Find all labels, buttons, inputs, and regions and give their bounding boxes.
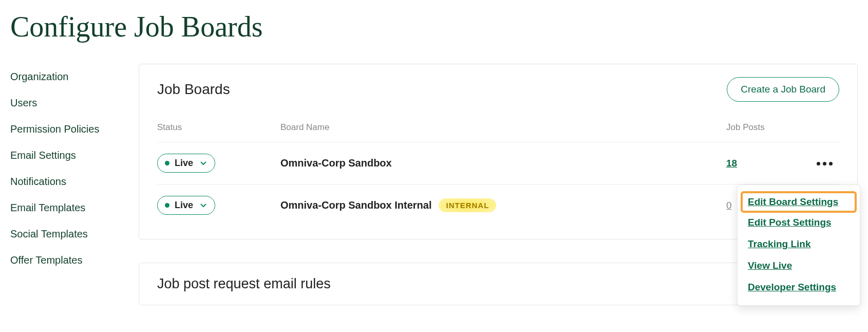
status-dropdown[interactable]: Live xyxy=(157,196,215,215)
sidebar-item-users[interactable]: Users xyxy=(10,90,123,116)
sidebar-item-email-settings[interactable]: Email Settings xyxy=(10,142,123,169)
menu-item-tracking-link[interactable]: Tracking Link xyxy=(738,233,860,255)
board-name: Omniva-Corp Sandbox Internal xyxy=(280,199,431,211)
sidebar-item-notifications[interactable]: Notifications xyxy=(10,169,123,195)
sidebar-item-permission-policies[interactable]: Permission Policies xyxy=(10,116,123,142)
status-label: Live xyxy=(175,200,193,211)
sidebar-item-social-templates[interactable]: Social Templates xyxy=(10,221,123,247)
create-job-board-button[interactable]: Create a Job Board xyxy=(727,77,839,102)
status-label: Live xyxy=(175,158,193,169)
sidebar-item-email-templates[interactable]: Email Templates xyxy=(10,195,123,221)
job-boards-title: Job Boards xyxy=(157,81,230,98)
page-title: Configure Job Boards xyxy=(10,10,858,43)
dots-icon xyxy=(817,162,820,165)
internal-badge: INTERNAL xyxy=(439,198,496,212)
table-row: Live Omniva-Corp Sandbox 18 xyxy=(157,142,839,184)
row-actions-menu-button[interactable] xyxy=(814,159,836,169)
status-dot-icon xyxy=(165,203,169,208)
menu-item-view-live[interactable]: View Live xyxy=(738,255,860,276)
sidebar-item-organization[interactable]: Organization xyxy=(10,64,123,90)
chevron-down-icon xyxy=(200,204,206,208)
column-header-status: Status xyxy=(157,122,280,133)
board-name: Omniva-Corp Sandbox xyxy=(280,157,392,169)
dots-icon xyxy=(829,162,833,165)
job-posts-count-link[interactable]: 18 xyxy=(726,158,737,169)
status-dropdown[interactable]: Live xyxy=(157,154,215,173)
menu-item-developer-settings[interactable]: Developer Settings xyxy=(738,276,860,298)
column-header-board-name: Board Name xyxy=(280,122,726,133)
column-header-job-posts: Job Posts xyxy=(726,122,814,133)
job-posts-count-link[interactable]: 0 xyxy=(726,200,732,211)
menu-item-edit-board-settings[interactable]: Edit Board Settings xyxy=(742,192,856,212)
settings-sidebar: Organization Users Permission Policies E… xyxy=(10,64,123,305)
table-headers: Status Board Name Job Posts xyxy=(157,122,839,142)
menu-item-edit-post-settings[interactable]: Edit Post Settings xyxy=(738,212,860,233)
sidebar-item-offer-templates[interactable]: Offer Templates xyxy=(10,247,123,273)
row-actions-menu: Edit Board Settings Edit Post Settings T… xyxy=(737,185,860,306)
status-dot-icon xyxy=(165,161,169,165)
chevron-down-icon xyxy=(200,161,206,165)
dots-icon xyxy=(823,162,826,165)
